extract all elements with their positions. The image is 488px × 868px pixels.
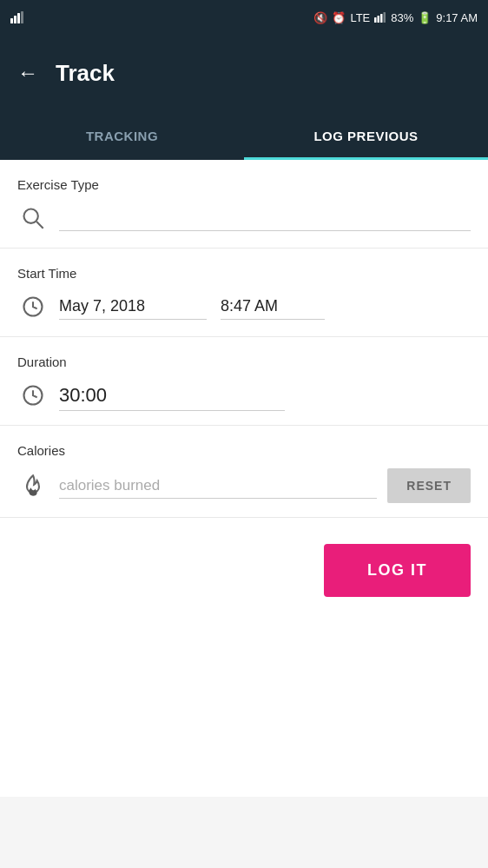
status-right-area: 🔇 ⏰ LTE 83% 🔋 9:17 AM xyxy=(313,11,478,24)
calories-field-wrap xyxy=(59,474,377,499)
calories-input[interactable] xyxy=(59,474,377,499)
time-display: 9:17 AM xyxy=(436,11,478,24)
date-time-row xyxy=(59,294,325,320)
flame-icon-wrap xyxy=(17,470,49,501)
start-date-input[interactable] xyxy=(59,294,207,320)
svg-line-9 xyxy=(36,222,43,229)
duration-clock-icon xyxy=(21,383,45,407)
duration-input-row xyxy=(17,380,471,411)
exercise-type-section: Exercise Type xyxy=(0,160,488,248)
search-icon xyxy=(21,206,45,230)
duration-clock-icon-wrap xyxy=(17,380,49,411)
form-content: Exercise Type Start Time xyxy=(0,160,488,518)
status-bar: 🔇 ⏰ LTE 83% 🔋 9:17 AM xyxy=(0,0,488,35)
start-time-input-row xyxy=(17,291,471,322)
signal-icon xyxy=(374,12,386,23)
search-icon-wrap xyxy=(17,202,49,234)
duration-section: Duration xyxy=(0,337,488,426)
svg-rect-2 xyxy=(17,13,20,23)
battery-percent: 83% xyxy=(391,11,413,24)
signal-area xyxy=(10,11,26,23)
start-time-section: Start Time xyxy=(0,248,488,337)
clock-icon-wrap xyxy=(17,291,49,322)
duration-input[interactable] xyxy=(59,381,285,411)
page-title: Track xyxy=(56,60,115,87)
exercise-type-input[interactable] xyxy=(59,205,471,231)
clock-icon xyxy=(21,295,45,319)
svg-rect-5 xyxy=(378,16,380,23)
tab-bar: TRACKING LOG PREVIOUS xyxy=(0,111,488,160)
svg-rect-0 xyxy=(10,18,13,23)
calories-input-row: RESET xyxy=(17,468,471,503)
empty-space xyxy=(0,623,488,797)
back-button[interactable]: ← xyxy=(17,61,38,85)
network-label: LTE xyxy=(350,11,370,24)
flame-icon xyxy=(21,474,45,498)
svg-rect-4 xyxy=(374,17,377,23)
start-time-label: Start Time xyxy=(17,266,471,281)
start-time-input[interactable] xyxy=(221,294,325,320)
duration-label: Duration xyxy=(17,354,471,369)
svg-rect-3 xyxy=(21,11,23,23)
mute-icon: 🔇 xyxy=(313,11,327,24)
header: ← Track xyxy=(0,35,488,111)
svg-rect-1 xyxy=(14,16,16,23)
tab-log-previous[interactable]: LOG PREVIOUS xyxy=(244,111,488,160)
exercise-type-input-row xyxy=(17,202,471,234)
log-it-container: LOG IT xyxy=(0,518,488,623)
calories-label: Calories xyxy=(17,443,471,458)
calories-section: Calories RESET xyxy=(0,426,488,518)
svg-rect-6 xyxy=(380,14,383,23)
svg-rect-7 xyxy=(384,12,386,23)
log-it-button[interactable]: LOG IT xyxy=(324,544,471,597)
tab-tracking[interactable]: TRACKING xyxy=(0,111,244,160)
exercise-type-label: Exercise Type xyxy=(17,177,471,192)
battery-icon: 🔋 xyxy=(418,11,432,24)
reset-button[interactable]: RESET xyxy=(387,468,471,503)
svg-point-8 xyxy=(24,209,38,223)
alarm-icon: ⏰ xyxy=(332,11,346,24)
